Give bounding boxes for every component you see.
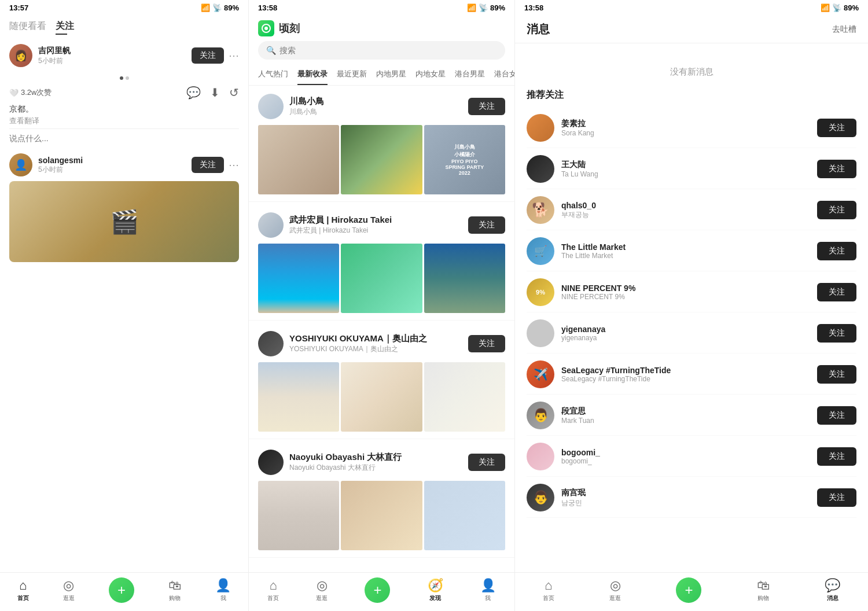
discover-img-4-3 <box>424 481 505 550</box>
rec-user-8: bogoomi_ bogoomi_ <box>527 443 600 470</box>
left-status-icons: 📶 📡 89% <box>201 3 239 12</box>
rec-follow-btn-9[interactable]: 关注 <box>817 488 856 507</box>
nav-add-mid[interactable]: + <box>365 577 390 603</box>
rec-avatar-4: 9% <box>527 278 554 306</box>
avatar-solange[interactable]: 👤 <box>9 153 32 176</box>
middle-time: 13:58 <box>258 3 277 12</box>
cat-hk-m[interactable]: 港台男星 <box>455 64 485 85</box>
follow-btn-discover-2[interactable]: 关注 <box>468 216 505 234</box>
discover-user-text-2: 武井宏員 | Hirokazu Takei 武井宏員 | Hirokazu Ta… <box>289 215 392 235</box>
cat-mainland-m[interactable]: 内地男星 <box>376 64 406 85</box>
rec-sub-0: Sora Kang <box>561 129 594 137</box>
nav-browse-right[interactable]: ◎ 逛逛 <box>609 578 621 602</box>
tab-guanzhu[interactable]: 关注 <box>56 20 74 35</box>
rec-follow-btn-4[interactable]: 关注 <box>817 283 856 301</box>
feed-user-row-2: 👤 solangesmi 5小时前 关注 ⋯ <box>9 153 239 176</box>
rec-sub-3: The Little Market <box>561 252 626 260</box>
discover-name-1: 川島小鳥 <box>289 96 324 107</box>
nav-me-left[interactable]: 👤 我 <box>215 578 231 602</box>
discover-img-2-1 <box>258 244 339 313</box>
nav-home-right[interactable]: ⌂ 首页 <box>543 578 554 602</box>
nav-browse-left[interactable]: ◎ 逛逛 <box>63 578 75 602</box>
rec-follow-btn-3[interactable]: 关注 <box>817 242 856 260</box>
nav-shop-left[interactable]: 🛍 购物 <box>168 578 181 602</box>
heart-icon[interactable]: 🤍 <box>9 89 19 97</box>
recommend-list: 姜素拉 Sora Kang 关注 王大陆 Ta Lu Wang 关注 <box>527 108 856 518</box>
dot-2 <box>126 76 129 80</box>
rec-name-8: bogoomi_ <box>561 448 600 457</box>
right-status-bar: 13:58 📶 📡 89% <box>515 0 868 16</box>
go-comment-btn[interactable]: 去吐槽 <box>832 24 856 35</box>
discover-img-1-2 <box>341 125 422 194</box>
app-title: 顷刻 <box>279 21 300 35</box>
tab-suibian[interactable]: 随便看看 <box>9 20 46 35</box>
feed-likes-1: 🤍 3.2w次赞 <box>9 87 52 98</box>
share-icon[interactable]: ↺ <box>229 86 239 100</box>
nav-browse-mid[interactable]: ◎ 逛逛 <box>316 578 328 602</box>
feed-actions-1: 关注 ⋯ <box>192 47 239 64</box>
download-icon[interactable]: ⬇ <box>210 86 220 100</box>
more-icon-2[interactable]: ⋯ <box>229 159 239 171</box>
rec-user-3: 🛒 The Little Market The Little Market <box>527 237 626 265</box>
cat-mainland-f[interactable]: 内地女星 <box>415 64 446 85</box>
discover-images-3 <box>258 362 505 432</box>
rec-item-8: bogoomi_ bogoomi_ 关注 <box>527 437 856 477</box>
feed-translate-1[interactable]: 查看翻译 <box>9 116 239 126</box>
nav-add-left[interactable]: + <box>109 577 134 603</box>
nav-home-left[interactable]: ⌂ 首页 <box>17 578 29 602</box>
discover-images-2 <box>258 244 505 313</box>
rec-follow-btn-1[interactable]: 关注 <box>817 160 856 178</box>
search-bar[interactable]: 🔍 <box>258 41 505 60</box>
rec-user-1: 王大陆 Ta Lu Wang <box>527 155 598 183</box>
follow-button-1[interactable]: 关注 <box>192 47 224 64</box>
nav-messages-right[interactable]: 💬 消息 <box>825 578 840 602</box>
middle-status-icons: 📶 📡 89% <box>467 3 505 12</box>
nav-me-mid[interactable]: 👤 我 <box>480 578 496 602</box>
follow-button-2[interactable]: 关注 <box>192 157 224 173</box>
rec-follow-btn-5[interactable]: 关注 <box>817 324 856 343</box>
discover-img-3-2 <box>341 362 422 432</box>
rec-item-2: 🐕 qhals0_0 부재공능 关注 <box>527 190 856 230</box>
nav-browse-label-mid: 逛逛 <box>316 594 328 602</box>
follow-btn-discover-1[interactable]: 关注 <box>468 98 505 115</box>
cat-popular[interactable]: 人气热门 <box>258 64 288 85</box>
discover-item-4: Naoyuki Obayashi 大林直行 Naoyuki Obayashi 大… <box>249 441 514 558</box>
rec-follow-btn-2[interactable]: 关注 <box>817 201 856 219</box>
rec-follow-btn-7[interactable]: 关注 <box>817 406 856 425</box>
comment-input-1[interactable] <box>9 128 239 148</box>
rec-user-9: 👨 南宫珉 남궁민 <box>527 484 586 511</box>
discover-img-4-1 <box>258 481 339 550</box>
cat-newest[interactable]: 最新收录 <box>297 64 328 85</box>
cat-recent[interactable]: 最近更新 <box>337 64 367 85</box>
discover-name-3: YOSHIYUKI OKUYAMA｜奥山由之 <box>289 333 427 344</box>
follow-btn-discover-4[interactable]: 关注 <box>468 454 505 471</box>
rec-avatar-5 <box>527 319 554 347</box>
nav-home-label-right: 首页 <box>543 594 554 602</box>
nav-add-right[interactable]: + <box>676 577 701 603</box>
search-input[interactable] <box>279 46 497 55</box>
nav-browse-label-right: 逛逛 <box>609 594 621 602</box>
nav-shop-label-left: 购物 <box>169 594 181 602</box>
rec-user-2: 🐕 qhals0_0 부재공능 <box>527 196 596 224</box>
comment-icon[interactable]: 💬 <box>186 86 201 100</box>
rec-follow-btn-8[interactable]: 关注 <box>817 447 856 466</box>
left-status-bar: 13:57 📶 📡 89% <box>0 0 248 16</box>
discover-user-row-1: 川島小鳥 川島小鳥 关注 <box>258 94 505 119</box>
avatar-jigang[interactable]: 👩 <box>9 44 32 67</box>
discover-name-2: 武井宏員 | Hirokazu Takei <box>289 215 392 226</box>
rec-follow-btn-0[interactable]: 关注 <box>817 119 856 137</box>
nav-shop-right[interactable]: 🛍 购物 <box>757 578 770 602</box>
battery-icon: 89% <box>224 3 239 12</box>
rec-user-5: yigenanaya yigenanaya <box>527 319 605 347</box>
cat-hk-f[interactable]: 港台女 <box>494 64 514 85</box>
more-icon-1[interactable]: ⋯ <box>229 49 239 62</box>
nav-discover-mid[interactable]: 🧭 发现 <box>428 578 443 602</box>
rec-info-4: NINE PERCENT 9% NINE PERCENT 9% <box>561 284 635 301</box>
rec-follow-btn-6[interactable]: 关注 <box>817 365 856 384</box>
follow-btn-discover-3[interactable]: 关注 <box>468 335 505 352</box>
discover-item-2: 武井宏員 | Hirokazu Takei 武井宏員 | Hirokazu Ta… <box>249 204 514 321</box>
nav-home-mid[interactable]: ⌂ 首页 <box>267 578 279 602</box>
discover-avatar-3 <box>258 331 284 356</box>
nav-home-label-left: 首页 <box>17 594 29 602</box>
rec-name-3: The Little Market <box>561 242 626 252</box>
